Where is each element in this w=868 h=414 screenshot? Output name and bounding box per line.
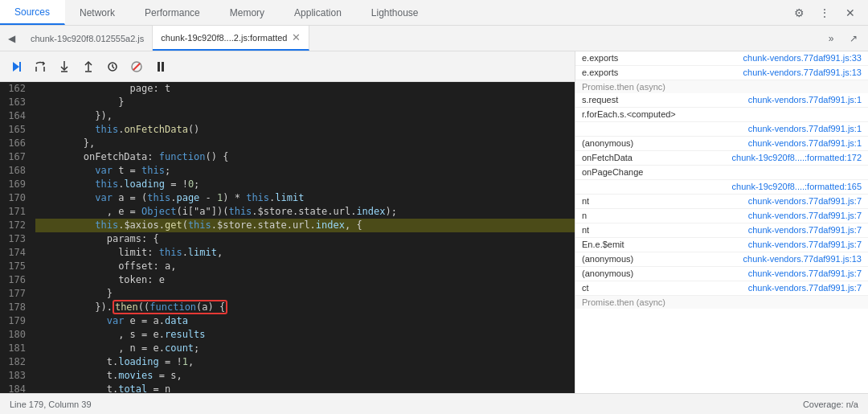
code-line[interactable]: token: e [35, 273, 575, 287]
code-line[interactable]: }, [35, 137, 575, 150]
file-tab-jump-button[interactable]: ↗ [842, 27, 865, 50]
line-number: 174 [3, 246, 26, 260]
callstack-file-link[interactable]: chunk-19c920f8....:formatted:165 [587, 182, 862, 191]
code-line[interactable]: } [35, 96, 575, 109]
callstack-item[interactable]: ctchunk-vendors.77daf991.js:7 [575, 281, 868, 296]
step-out-button[interactable] [79, 57, 98, 76]
callstack-file-link[interactable]: chunk-vendors.77daf991.js:13 [623, 68, 862, 77]
pause-on-exceptions-button[interactable] [151, 57, 170, 76]
more-tabs-button[interactable]: » [820, 27, 842, 50]
callstack-file-link[interactable]: chunk-vendors.77daf991.js:1 [587, 124, 862, 133]
line-number: 166 [3, 137, 26, 150]
code-line[interactable]: t.total = n [35, 383, 575, 393]
callstack-item[interactable]: e.exportschunk-vendors.77daf991.js:33 [575, 51, 868, 66]
callstack-file-link[interactable]: chunk-vendors.77daf991.js:1 [638, 138, 862, 148]
callstack-item: Promise.then (async) [575, 80, 868, 93]
tab-network[interactable]: Network [65, 0, 130, 25]
step-button[interactable] [103, 57, 122, 76]
callstack-function-name: e.exports [582, 53, 618, 63]
callstack-panel: e.exportschunk-vendors.77daf991.js:33e.e… [575, 51, 868, 393]
svg-marker-0 [13, 62, 19, 72]
code-lines[interactable]: page: t } }), this.onFetchData() }, onFe… [32, 82, 575, 393]
callstack-item[interactable]: ntchunk-vendors.77daf991.js:7 [575, 223, 868, 238]
code-line[interactable]: }), [35, 109, 575, 123]
line-number: 170 [3, 191, 26, 205]
callstack-file-link[interactable]: chunk-19c920f8....:formatted:172 [637, 153, 862, 162]
callstack-file-link[interactable]: chunk-vendors.77daf991.js:13 [638, 254, 862, 264]
callstack-file-link[interactable]: chunk-vendors.77daf991.js:7 [592, 211, 862, 220]
tab-performance[interactable]: Performance [130, 0, 215, 25]
line-number: 180 [3, 328, 26, 342]
file-tab-chunk1[interactable]: chunk-19c920f8.012555a2.js [23, 26, 153, 51]
callstack-item[interactable]: (anonymous)chunk-vendors.77daf991.js:13 [575, 252, 868, 267]
tab-memory[interactable]: Memory [215, 0, 280, 25]
callstack-file-link[interactable]: chunk-vendors.77daf991.js:7 [629, 240, 862, 249]
code-line[interactable]: }).then((function(a) { [35, 301, 575, 314]
code-line[interactable]: , e = Object(i["a"])(this.$store.state.u… [35, 205, 575, 219]
line-numbers: 1621631641651661671681691701711721731741… [0, 82, 32, 393]
callstack-file-link[interactable]: chunk-vendors.77daf991.js:7 [594, 196, 862, 206]
callstack-function-name: nt [582, 225, 589, 235]
callstack-file-link[interactable]: chunk-vendors.77daf991.js:7 [594, 225, 862, 235]
code-line[interactable]: onFetchData: function() { [35, 150, 575, 164]
callstack-file-link[interactable]: chunk-vendors.77daf991.js:7 [638, 268, 862, 278]
close-tab-icon[interactable]: ✕ [292, 32, 301, 43]
callstack-item[interactable]: En.e.$emitchunk-vendors.77daf991.js:7 [575, 238, 868, 252]
code-line[interactable]: this.onFetchData() [35, 123, 575, 137]
callstack-function-name: n [582, 211, 587, 220]
code-line[interactable]: this.$axios.get(this.$store.state.url.in… [35, 219, 575, 232]
code-line[interactable]: limit: this.limit, [35, 246, 575, 260]
tab-application[interactable]: Application [280, 0, 357, 25]
callstack-function-name: r.forEach.s.<computed> [582, 109, 676, 119]
resume-button[interactable] [6, 57, 26, 76]
callstack-item[interactable]: (anonymous)chunk-vendors.77daf991.js:1 [575, 137, 868, 151]
line-number: 167 [3, 150, 26, 164]
step-over-button[interactable] [31, 57, 50, 76]
line-number: 184 [3, 383, 26, 393]
code-line[interactable]: this.loading = !0; [35, 178, 575, 191]
code-line[interactable]: t.movies = s, [35, 369, 575, 383]
code-line[interactable]: t.loading = !1, [35, 355, 575, 369]
svg-rect-11 [158, 62, 160, 72]
callstack-item[interactable]: r.forEach.s.<computed> [575, 108, 868, 122]
line-number: 183 [3, 369, 26, 383]
callstack-item[interactable]: onFetchDatachunk-19c920f8....:formatted:… [575, 151, 868, 166]
callstack-item[interactable]: ntchunk-vendors.77daf991.js:7 [575, 195, 868, 209]
code-line[interactable]: var t = this; [35, 164, 575, 178]
svg-rect-1 [19, 62, 21, 72]
code-line[interactable]: offset: a, [35, 260, 575, 273]
callstack-file-link[interactable]: chunk-vendors.77daf991.js:7 [594, 283, 862, 293]
file-tabs-back-button[interactable]: ◀ [0, 27, 23, 50]
code-line[interactable]: params: { [35, 232, 575, 246]
callstack-item[interactable]: e.exportschunk-vendors.77daf991.js:13 [575, 66, 868, 80]
more-button[interactable]: ⋮ [813, 2, 836, 24]
code-line[interactable]: page: t [35, 82, 575, 96]
code-line[interactable]: var e = a.data [35, 314, 575, 328]
callstack-item[interactable]: chunk-19c920f8....:formatted:165 [575, 180, 868, 195]
callstack-function-name: (anonymous) [582, 268, 633, 278]
callstack-item[interactable]: onPageChange [575, 166, 868, 180]
callstack-item[interactable]: (anonymous)chunk-vendors.77daf991.js:7 [575, 267, 868, 281]
line-number: 163 [3, 96, 26, 109]
file-tab-chunk2-formatted[interactable]: chunk-19c920f8....2.js:formatted ✕ [153, 26, 309, 51]
code-line[interactable]: , s = e.results [35, 328, 575, 342]
line-number: 175 [3, 260, 26, 273]
code-line[interactable]: } [35, 287, 575, 301]
callstack-function-name: onFetchData [582, 153, 633, 162]
code-line[interactable]: , n = e.count; [35, 342, 575, 355]
tab-sources[interactable]: Sources [0, 0, 65, 25]
deactivate-button[interactable] [127, 57, 146, 76]
callstack-item[interactable]: s.requestchunk-vendors.77daf991.js:1 [575, 93, 868, 108]
settings-button[interactable]: ⚙ [788, 2, 810, 24]
code-line[interactable]: var a = (this.page - 1) * this.limit [35, 191, 575, 205]
callstack-file-link[interactable]: chunk-vendors.77daf991.js:33 [623, 53, 862, 63]
callstack-item[interactable]: nchunk-vendors.77daf991.js:7 [575, 209, 868, 223]
line-number: 164 [3, 109, 26, 123]
tab-lighthouse[interactable]: Lighthouse [357, 0, 434, 25]
svg-line-8 [113, 67, 114, 68]
line-number: 182 [3, 355, 26, 369]
callstack-file-link[interactable]: chunk-vendors.77daf991.js:1 [623, 95, 862, 105]
step-into-button[interactable] [55, 57, 74, 76]
callstack-item[interactable]: chunk-vendors.77daf991.js:1 [575, 122, 868, 137]
close-devtools-button[interactable]: ✕ [839, 2, 862, 24]
